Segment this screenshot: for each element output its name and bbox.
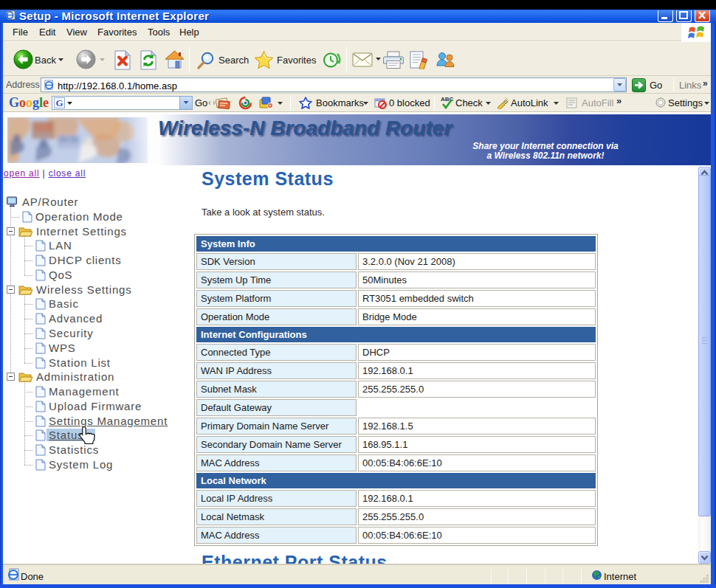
svg-text:ABC: ABC xyxy=(441,96,454,103)
svg-text:G: G xyxy=(55,97,63,108)
